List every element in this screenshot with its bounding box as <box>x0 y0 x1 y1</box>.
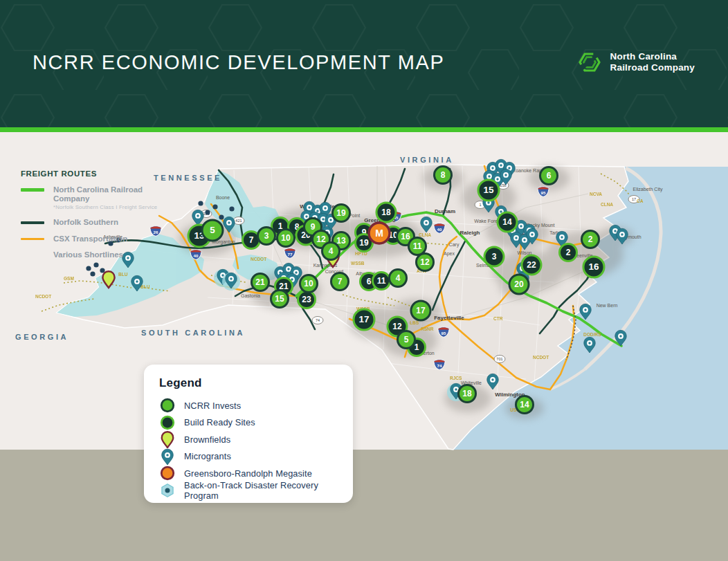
svg-text:18: 18 <box>381 208 391 217</box>
brownfield-legend-icon <box>159 430 176 448</box>
legend-panel: Legend NCRR InvestsBuild Ready SitesBrow… <box>144 365 353 503</box>
ncrr-invests-21[interactable]: 21 <box>252 274 269 291</box>
ncrr-invests-19[interactable]: 19 <box>333 205 350 222</box>
ncrr-invests-4[interactable]: 4 <box>322 243 340 260</box>
build-ready-site-23[interactable]: 23 <box>298 291 316 309</box>
ncrr-invests-6[interactable]: 6 <box>540 167 558 185</box>
back-on-track-dot[interactable] <box>86 266 91 270</box>
city-label: Raleigh <box>460 230 480 236</box>
svg-text:2: 2 <box>588 234 593 244</box>
svg-text:1: 1 <box>479 203 481 207</box>
ncrr-invests-10[interactable]: 10 <box>277 230 295 247</box>
svg-text:2: 2 <box>566 248 571 257</box>
ncrr-invests-12[interactable]: 12 <box>417 254 434 271</box>
back-on-track-dot[interactable] <box>219 214 224 219</box>
shortline-label: NCDOT <box>533 355 549 360</box>
accent-bar <box>0 127 728 132</box>
svg-text:40: 40 <box>194 253 199 258</box>
shortline-label: CA <box>637 199 644 203</box>
city-label: Cary <box>449 242 459 248</box>
ncrr-invests-14[interactable]: 14 <box>516 396 534 414</box>
svg-text:14: 14 <box>502 217 512 227</box>
us-route-shield: 74 <box>312 317 323 324</box>
page-title: NCRR ECONOMIC DEVELOPMENT MAP <box>33 51 444 74</box>
city-label: New Bern <box>597 303 618 308</box>
svg-text:M: M <box>375 228 383 239</box>
svg-text:4: 4 <box>396 273 401 283</box>
ncrr-invests-18[interactable]: 18 <box>459 385 476 403</box>
shortline-label: RSNR <box>421 327 434 331</box>
build-ready-site-11[interactable]: 11 <box>373 273 390 290</box>
legend-item-microgrant: Microgrants <box>159 448 338 466</box>
build-ready-site-15[interactable]: 15 <box>478 180 499 201</box>
city-label: Gastonia <box>241 293 260 298</box>
legend-item-brownfield: Brownfields <box>159 431 338 448</box>
svg-text:18: 18 <box>462 389 472 398</box>
freight-routes-title: FREIGHT ROUTES <box>21 169 180 178</box>
svg-text:16: 16 <box>588 261 599 272</box>
back-on-track-dot[interactable] <box>229 206 234 211</box>
ncrr-invests-3[interactable]: 3 <box>258 228 275 245</box>
ncrr-invests-4[interactable]: 4 <box>390 270 407 287</box>
svg-text:5: 5 <box>210 225 215 235</box>
back-on-track-dot[interactable] <box>205 210 210 214</box>
legend-title: Legend <box>159 376 338 390</box>
ncrr-invests-20[interactable]: 20 <box>509 275 529 294</box>
svg-text:16: 16 <box>401 232 410 241</box>
backontrack-legend-icon <box>159 481 176 499</box>
svg-text:10: 10 <box>304 279 313 288</box>
back-on-track-dot[interactable] <box>90 271 95 276</box>
svg-text:12: 12 <box>420 257 430 267</box>
build-ready-site-3[interactable]: 3 <box>484 247 504 266</box>
svg-text:40: 40 <box>437 227 442 232</box>
svg-text:95: 95 <box>541 190 546 195</box>
shortline-label: GSM <box>64 276 74 281</box>
ncrr-invests-5[interactable]: 5 <box>202 220 223 241</box>
svg-text:77: 77 <box>288 252 293 257</box>
freight-routes-legend: FREIGHT ROUTES North Carolina Railroad C… <box>21 169 180 266</box>
ncrr-invests-5[interactable]: 5 <box>398 331 415 349</box>
ncrr-invests-17[interactable]: 17 <box>411 301 430 320</box>
state-label: VIRGINIA <box>400 156 454 164</box>
build-ready-site-22[interactable]: 22 <box>522 255 541 275</box>
svg-text:12: 12 <box>392 322 402 331</box>
build-ready-site-2[interactable]: 2 <box>560 244 577 261</box>
us-route-shield: 701 <box>494 356 505 363</box>
shortline-label: CLNA <box>419 232 431 237</box>
state-label: GEORGIA <box>15 333 69 341</box>
shortline-label: NCVA <box>590 192 602 196</box>
svg-text:11: 11 <box>377 276 386 286</box>
ncrr-invests-2[interactable]: 2 <box>582 231 599 248</box>
shortline-label: RJCS <box>450 376 462 380</box>
shortline-label: WSSB <box>351 261 365 266</box>
svg-text:11: 11 <box>413 241 422 251</box>
legend-item-backontrack: Back-on-Track Disaster Recovery Program <box>159 482 338 499</box>
svg-text:3: 3 <box>492 252 497 261</box>
greensboro-randolph-megasite-marker[interactable]: M <box>369 223 390 243</box>
back-on-track-dot[interactable] <box>198 201 203 205</box>
freight-legend-label: Norfolk Southern <box>53 218 118 227</box>
svg-text:6: 6 <box>367 277 372 286</box>
buildready-legend-icon <box>159 414 176 432</box>
legend-item-label: Greensboro-Randolph Megasite <box>184 468 312 479</box>
ncrr-invests-15[interactable]: 15 <box>271 291 289 308</box>
shortline-label: BLU <box>118 272 128 277</box>
svg-text:14: 14 <box>520 400 529 410</box>
ncrr-invests-7[interactable]: 7 <box>331 273 349 291</box>
ncrr-invests-11[interactable]: 11 <box>409 238 426 255</box>
build-ready-site-18[interactable]: 18 <box>376 203 396 222</box>
header: NCRR ECONOMIC DEVELOPMENT MAP North Caro… <box>0 0 728 127</box>
svg-text:9: 9 <box>311 222 316 232</box>
svg-text:8: 8 <box>441 170 446 180</box>
legend-item-label: Build Ready Sites <box>184 417 255 427</box>
build-ready-site-17[interactable]: 17 <box>354 309 374 330</box>
build-ready-site-16[interactable]: 16 <box>583 257 604 277</box>
back-on-track-dot[interactable] <box>212 204 217 209</box>
build-ready-site-14[interactable]: 14 <box>498 212 517 232</box>
ncrr-invests-8[interactable]: 8 <box>435 167 452 184</box>
microgrant-pin[interactable] <box>222 273 240 291</box>
ncrr-invests-10[interactable]: 10 <box>300 275 318 293</box>
svg-text:13: 13 <box>336 236 346 246</box>
svg-text:701: 701 <box>496 357 502 361</box>
legend-item-buildready: Build Ready Sites <box>159 414 338 432</box>
